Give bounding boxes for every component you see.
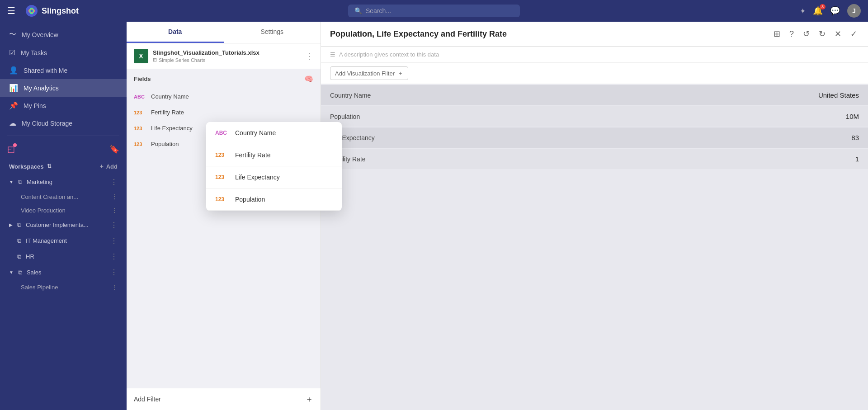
data-source-name: Slingshot_Visualization_Tutorials.xlsx — [153, 49, 301, 56]
layers-button[interactable]: ◰ — [7, 144, 15, 154]
workspace-layers-icon-4: ⧉ — [17, 253, 21, 260]
cloud-icon: ☁ — [9, 119, 16, 127]
add-viz-filter-button[interactable]: Add Visualization Filter ＋ — [330, 66, 408, 80]
avatar[interactable]: J — [847, 4, 861, 18]
workspaces-label: Workspaces — [9, 163, 43, 170]
tab-settings[interactable]: Settings — [224, 22, 321, 43]
field-fertility-rate[interactable]: 123 Fertility Rate — [127, 104, 321, 120]
app-name: Slingshot — [42, 6, 79, 16]
sidebar-item-pins[interactable]: 📌 My Pins — [0, 97, 127, 114]
sidebar-item-overview[interactable]: 〜 My Overview — [0, 25, 127, 44]
workspace-label-hr: HR — [26, 253, 34, 260]
workspace-label-marketing: Marketing — [27, 179, 52, 185]
workspace-sub-pipeline[interactable]: Sales Pipeline ⋮ — [0, 280, 127, 294]
menu-icon: ☰ — [330, 51, 335, 58]
dd-type-123-pop: 123 — [215, 196, 229, 203]
search-icon: 🔍 — [354, 7, 362, 14]
chat-icon[interactable]: 💬 — [830, 6, 840, 16]
close-button[interactable]: ✕ — [833, 27, 843, 41]
workspace-item-sales[interactable]: ▼ ⧉ Sales ⋮ — [0, 264, 127, 280]
sidebar-item-shared[interactable]: 👤 Shared with Me — [0, 61, 127, 79]
brain-icon[interactable]: 🧠 — [304, 75, 313, 83]
search-bar[interactable]: 🔍 — [348, 5, 520, 17]
sidebar-item-cloud[interactable]: ☁ My Cloud Storage — [0, 114, 127, 132]
confirm-button[interactable]: ✓ — [849, 27, 859, 41]
field-type-123-life: 123 — [134, 126, 146, 131]
help-button[interactable]: ? — [788, 28, 796, 41]
workspaces-header: Workspaces ⇅ ＋ Add — [0, 159, 127, 174]
panel-tabs: Data Settings — [127, 22, 321, 43]
viz-header-icons: ⊞ ? ↺ ↻ ✕ ✓ — [772, 27, 859, 41]
add-filter-bar[interactable]: Add Filter ＋ — [127, 388, 321, 410]
sidebar-divider — [7, 136, 119, 136]
dropdown-item-population[interactable]: 123 Population — [206, 189, 342, 211]
chevron-down-icon: ▼ — [9, 179, 14, 184]
data-source-menu-button[interactable]: ⋮ — [305, 51, 313, 61]
sort-icon[interactable]: ⇅ — [47, 163, 52, 170]
workspace-item-customer[interactable]: ▶ ⧉ Customer Implementa... ⋮ — [0, 217, 127, 233]
excel-icon: X — [134, 49, 148, 63]
bookmark-button[interactable]: 🔖 — [109, 144, 119, 154]
workspace-menu-dots-3[interactable]: ⋮ — [110, 236, 118, 245]
sidebar-item-tasks[interactable]: ☑ My Tasks — [0, 44, 127, 61]
dropdown-item-country[interactable]: ABC Country Name — [206, 122, 342, 144]
chevron-down-icon-2: ▼ — [9, 270, 14, 275]
svg-point-0 — [26, 5, 38, 17]
workspace-marketing: ▼ ⧉ Marketing ⋮ Content Creation an... ⋮… — [0, 174, 127, 217]
dropdown-item-life[interactable]: 123 Life Expectancy — [206, 166, 342, 189]
workspace-menu-dots-4[interactable]: ⋮ — [110, 252, 118, 261]
workspace-menu-dots[interactable]: ⋮ — [110, 178, 118, 186]
table-row: Population 10M — [321, 106, 868, 127]
workspace-item-marketing[interactable]: ▼ ⧉ Marketing ⋮ — [0, 174, 127, 190]
sparkle-icon[interactable]: ✦ — [800, 7, 806, 15]
workspace-sub-video[interactable]: Video Production ⋮ — [0, 203, 127, 217]
redo-button[interactable]: ↻ — [817, 27, 827, 41]
viz-header: Population, Life Expectancy and Fertilit… — [321, 22, 868, 47]
add-viz-filter-plus-icon: ＋ — [397, 69, 403, 77]
slingshot-logo-icon — [25, 5, 38, 17]
workspace-menu-dots-2[interactable]: ⋮ — [110, 221, 118, 229]
sidebar-item-analytics[interactable]: 📊 My Analytics — [0, 79, 127, 97]
workspace-layers-icon-3: ⧉ — [17, 237, 21, 245]
viz-description: ☰ A description gives context to this da… — [321, 47, 868, 63]
field-country-name[interactable]: ABC Country Name — [127, 89, 321, 104]
sub-menu-dots[interactable]: ⋮ — [111, 193, 118, 200]
notification-bell-icon[interactable]: 🔔 3 — [813, 6, 823, 16]
add-filter-label: Add Filter — [134, 396, 161, 403]
workspace-item-hr[interactable]: ⧉ HR ⋮ — [0, 249, 127, 264]
undo-button[interactable]: ↺ — [801, 27, 811, 41]
sidebar-nav-items: 〜 My Overview ☑ My Tasks 👤 Shared with M… — [0, 25, 127, 132]
hamburger-menu[interactable]: ☰ — [7, 5, 15, 16]
main-layout: 〜 My Overview ☑ My Tasks 👤 Shared with M… — [0, 22, 868, 410]
viz-title: Population, Life Expectancy and Fertilit… — [330, 29, 766, 39]
workspace-sub-content[interactable]: Content Creation an... ⋮ — [0, 190, 127, 203]
chevron-right-icon: ▶ — [9, 222, 13, 227]
search-input[interactable] — [366, 7, 514, 14]
top-navigation: ☰ Slingshot 🔍 ✦ 🔔 3 💬 J — [0, 0, 868, 22]
field-type-123-pop: 123 — [134, 141, 146, 147]
sidebar-item-label-overview: My Overview — [22, 31, 58, 38]
sidebar-item-label-analytics: My Analytics — [24, 85, 59, 92]
table-value-life: 83 — [851, 134, 859, 141]
workspace-item-it[interactable]: ⧉ IT Management ⋮ — [0, 233, 127, 249]
table-icon: ⊞ — [153, 57, 157, 63]
table-value-fertility: 1 — [855, 155, 859, 163]
add-workspace-button[interactable]: ＋ Add — [99, 162, 118, 170]
workspace-menu-dots-5[interactable]: ⋮ — [110, 268, 118, 277]
data-source-info: Slingshot_Visualization_Tutorials.xlsx ⊞… — [153, 49, 301, 63]
sub-menu-dots-2[interactable]: ⋮ — [111, 207, 118, 214]
workspace-label-sales: Sales — [27, 269, 42, 276]
viz-description-text: A description gives context to this data — [339, 51, 439, 58]
grid-view-button[interactable]: ⊞ — [772, 27, 782, 41]
field-dropdown-popup: ABC Country Name 123 Fertility Rate 123 … — [206, 122, 342, 211]
data-source-type: ⊞ Simple Series Charts — [153, 57, 301, 63]
dd-label-population: Population — [235, 196, 265, 203]
tab-data[interactable]: Data — [127, 22, 224, 43]
dropdown-item-fertility[interactable]: 123 Fertility Rate — [206, 144, 342, 166]
sub-menu-dots-3[interactable]: ⋮ — [111, 283, 118, 291]
viz-filter-bar: Add Visualization Filter ＋ — [321, 63, 868, 84]
pins-icon: 📌 — [9, 101, 18, 110]
data-panel: Data Settings X Slingshot_Visualization_… — [127, 22, 321, 410]
dd-type-abc: ABC — [215, 130, 229, 136]
workspace-layers-icon-5: ⧉ — [18, 269, 22, 276]
